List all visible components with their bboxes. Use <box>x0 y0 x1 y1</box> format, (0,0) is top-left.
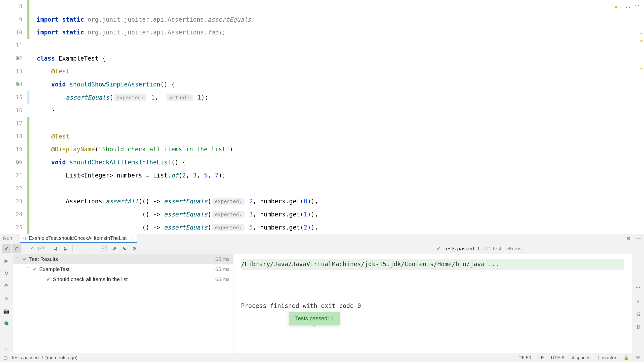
show-passed-button[interactable]: ✔ <box>2 244 11 253</box>
vcs-change-stripe[interactable] <box>27 195 29 208</box>
soft-wrap-button[interactable]: ↩ <box>634 283 643 292</box>
gutter-row[interactable]: 25 <box>0 221 29 234</box>
vcs-change-stripe[interactable] <box>27 143 29 156</box>
fold-toggle-icon[interactable]: ⌄ <box>30 83 34 86</box>
export-tests-button[interactable]: ⬊ <box>120 244 129 253</box>
code-line[interactable]: () -> assertEquals(expected: 5, numbers.… <box>30 221 644 234</box>
vcs-change-stripe[interactable] <box>27 130 29 143</box>
import-tests-button[interactable]: ⬈ <box>110 244 119 253</box>
gutter-row[interactable]: 10 <box>0 26 29 39</box>
test-history-button[interactable]: 🕘 <box>100 244 109 253</box>
vcs-change-stripe[interactable] <box>27 221 29 234</box>
gutter-row[interactable]: 9 <box>0 13 29 26</box>
sort-alpha-button[interactable]: ↓ᴬ <box>26 244 35 253</box>
gutter-row[interactable]: 22 <box>0 182 29 195</box>
code-line[interactable]: import static org.junit.jupiter.api.Asse… <box>30 13 644 26</box>
rerun-failed-button[interactable]: ↻ <box>2 269 11 278</box>
vcs-change-stripe[interactable] <box>27 208 29 221</box>
test-tree-row[interactable]: ✔Should check all items in the list65 ms <box>13 274 233 284</box>
expand-all-button[interactable]: ⇉ <box>51 244 60 253</box>
gutter-row[interactable]: 21 <box>0 169 29 182</box>
stop-button[interactable]: ■ <box>2 294 11 303</box>
code-line[interactable]: ⌄ } <box>30 104 644 117</box>
vcs-change-stripe[interactable] <box>27 117 29 130</box>
gutter-row[interactable]: ⟳12 <box>0 52 29 65</box>
code-line[interactable] <box>30 39 644 52</box>
code-line[interactable] <box>30 182 644 195</box>
git-branch[interactable]: ᚶ master <box>598 355 616 360</box>
gutter-row[interactable]: 18 <box>0 130 29 143</box>
scroll-to-end-button[interactable]: ⤓ <box>634 296 643 305</box>
code-line[interactable]: () -> assertEquals(expected: 3, numbers.… <box>30 208 644 221</box>
gutter-row[interactable]: 11 <box>0 39 29 52</box>
expand-icon[interactable]: ˅ <box>27 266 31 272</box>
more-button[interactable]: » <box>2 344 11 353</box>
vcs-change-stripe[interactable] <box>27 91 29 104</box>
fold-toggle-icon[interactable]: ⌄ <box>30 57 34 60</box>
code-line[interactable] <box>30 0 644 13</box>
collapse-all-button[interactable]: ⇇ <box>61 244 70 253</box>
scroll-up-button[interactable]: ↑ <box>634 257 643 266</box>
run-test-icon[interactable]: ⟳ <box>15 82 21 87</box>
caret-position[interactable]: 26:50 <box>519 355 531 360</box>
file-encoding[interactable]: UTF-8 <box>551 355 565 360</box>
code-line[interactable]: Assertions.assertAll(() -> assertEquals(… <box>30 195 644 208</box>
gutter-row[interactable]: 15 <box>0 91 29 104</box>
tool-windows-icon[interactable]: ▢ <box>4 355 8 360</box>
vcs-change-stripe[interactable] <box>27 26 29 39</box>
gutter-row[interactable]: 23 <box>0 195 29 208</box>
lock-icon[interactable]: 🔒 <box>623 355 629 360</box>
test-tree-row[interactable]: ˅✔ExampleTest65 ms <box>13 264 233 274</box>
scroll-down-button[interactable]: ↓ <box>634 270 643 279</box>
gutter-row[interactable]: 16 <box>0 104 29 117</box>
close-icon[interactable]: × <box>131 236 134 241</box>
code-pane[interactable]: ▲ 1 ︿ ﹀ import static org.junit.jupiter.… <box>30 0 644 234</box>
gutter-row[interactable]: 13 <box>0 65 29 78</box>
inspection-eye-icon[interactable]: 👁 <box>636 355 640 360</box>
expand-icon[interactable]: ˅ <box>17 256 21 262</box>
prev-failed-button[interactable]: ↑ <box>75 244 84 253</box>
code-line[interactable]: ⌄ void shouldShowSimpleAssertion() { <box>30 78 644 91</box>
print-button[interactable]: 🖨 <box>634 309 643 318</box>
vcs-change-stripe[interactable] <box>27 0 29 13</box>
code-line[interactable] <box>30 117 644 130</box>
gutter-row[interactable]: 8 <box>0 0 29 13</box>
vcs-change-stripe[interactable] <box>27 169 29 182</box>
run-test-icon[interactable]: ⟳ <box>15 160 21 165</box>
gutter-row[interactable]: ⟳20 <box>0 156 29 169</box>
dump-threads-button[interactable]: 📷 <box>2 306 11 315</box>
code-line[interactable]: assertEquals(expected: 1, actual: 1); <box>30 91 644 104</box>
code-line[interactable]: @Test <box>30 130 644 143</box>
sort-duration-button[interactable]: ↓⏱ <box>36 244 46 253</box>
clear-button[interactable]: 🗑 <box>634 323 643 331</box>
rerun-button[interactable]: ▶ <box>2 256 11 265</box>
code-line[interactable]: @Test <box>30 65 644 78</box>
fold-toggle-icon[interactable]: ⌄ <box>30 31 34 34</box>
next-failed-button[interactable]: ↓ <box>85 244 94 253</box>
minimize-icon[interactable]: — <box>636 236 641 242</box>
code-line[interactable]: List<Integer> numbers = List.of(2, 3, 5,… <box>30 169 644 182</box>
gutter-row[interactable]: 19 <box>0 143 29 156</box>
run-test-icon[interactable]: ⟳ <box>15 56 21 61</box>
toggle-auto-test-button[interactable]: ⟳ <box>2 281 11 290</box>
gutter-row[interactable]: ⟳14 <box>0 78 29 91</box>
test-tree[interactable]: ˅✔Test Results65 ms˅✔ExampleTest65 ms✔Sh… <box>13 254 233 353</box>
code-line[interactable]: ⌄ @DisplayName("Should check all items i… <box>30 143 644 156</box>
line-separator[interactable]: LF <box>538 355 544 360</box>
indent-info[interactable]: 4 spaces <box>572 355 591 360</box>
settings-icon[interactable]: ⚙ <box>626 236 631 242</box>
vcs-change-stripe[interactable] <box>27 13 29 26</box>
code-line[interactable]: ⌄import static org.junit.jupiter.api.Ass… <box>30 26 644 39</box>
gutter-row[interactable]: 17 <box>0 117 29 130</box>
vcs-change-stripe[interactable] <box>27 182 29 195</box>
run-config-tab[interactable]: ◑ ExampleTest.shouldCheckAllItemsInTheLi… <box>20 234 137 243</box>
gutter-row[interactable]: 24 <box>0 208 29 221</box>
console-output[interactable]: /Library/Java/JavaVirtualMachines/jdk-15… <box>233 254 632 353</box>
vcs-change-stripe[interactable] <box>27 156 29 169</box>
code-line[interactable]: ⌄class ExampleTest { <box>30 52 644 65</box>
fold-toggle-icon[interactable]: ⌄ <box>30 109 34 112</box>
debug-settings-button[interactable]: 🪲 <box>2 319 11 328</box>
test-tree-row[interactable]: ˅✔Test Results65 ms <box>13 254 233 264</box>
code-line[interactable]: void shouldCheckAllItemsInTheList() { <box>30 156 644 169</box>
fold-toggle-icon[interactable]: ⌄ <box>30 148 34 151</box>
